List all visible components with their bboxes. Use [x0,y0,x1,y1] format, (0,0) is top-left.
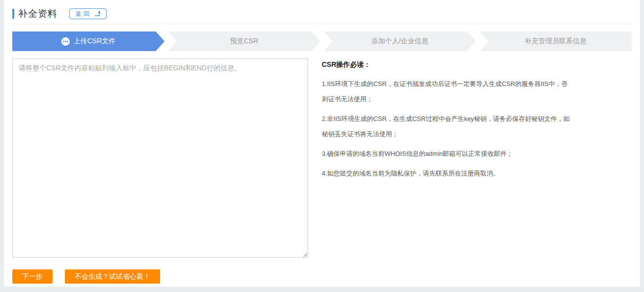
content-panel: 补全资料 返回 上传CSR文件 [4,0,640,287]
notice-item: 1.IIS环境下生成的CSR，在证书颁发成功后证书一定要导入生成CSR的服务器I… [322,76,572,107]
back-button[interactable]: 返回 [69,8,107,19]
return-arrow-icon [94,10,102,17]
header-divider [12,24,632,24]
step-label: 补充管理员联系信息 [525,37,587,46]
main-content: CSR操作必读： 1.IIS环境下生成的CSR，在证书颁发成功后证书一定要导入生… [12,58,632,258]
step-label: 预览CSR [230,37,258,46]
notice-item: 4.如您提交的域名当前为隐私保护，请先联系所在注册商取消。 [322,166,572,181]
notice-item: 3.确保申请的域名当前WHOIS信息的admin邮箱可以正常接收邮件； [322,146,572,161]
ellipsis-circle-icon [61,37,70,46]
notice-title: CSR操作必读： [322,60,572,69]
notice-item: 2.非IIS环境生成的CSR，在生成CSR过程中会产生key秘钥，请务必保存好秘… [322,111,572,142]
step-admin-contact-info: 补充管理员联系信息 [479,31,632,51]
progress-stepper: 上传CSR文件 预览CSR 添加个人/企业信息 补充管理员联系信息 [12,31,632,51]
csr-notice-panel: CSR操作必读： 1.IIS环境下生成的CSR，在证书颁发成功后证书一定要导入生… [322,58,572,258]
next-step-button[interactable]: 下一步 [12,269,53,284]
action-buttons: 下一步 不会生成？试试省心装！ [12,269,632,284]
step-personal-company-info: 添加个人/企业信息 [324,31,476,51]
page-header: 补全资料 返回 [12,0,632,20]
title-accent-bar [12,9,14,19]
page-title: 补全资料 [18,7,57,20]
easy-install-button[interactable]: 不会生成？试试省心装！ [65,269,160,284]
step-upload-csr: 上传CSR文件 [12,31,165,51]
csr-input[interactable] [12,58,308,258]
step-label: 添加个人/企业信息 [371,37,428,46]
back-button-label: 返回 [76,10,91,17]
step-preview-csr: 预览CSR [168,31,320,51]
step-label: 上传CSR文件 [74,37,116,46]
